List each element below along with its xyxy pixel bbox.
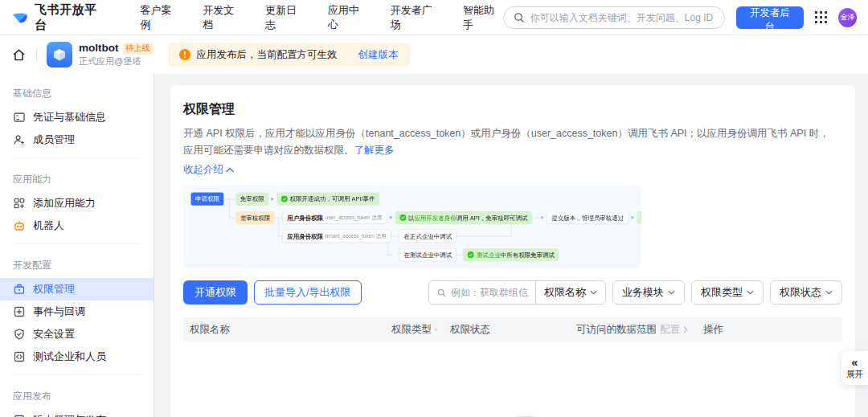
app-name: moltbot [79, 42, 119, 55]
nav-item-assistant[interactable]: 智能助手 [463, 3, 503, 32]
permission-search-input[interactable] [451, 287, 529, 298]
sidebar-item-test-enterprise[interactable]: 测试企业和人员 [0, 345, 154, 368]
sidebar-section-release: 应用发布 [0, 382, 154, 409]
sidebar-divider [13, 374, 141, 375]
sidebar-item-label: 成员管理 [33, 133, 75, 147]
sidebar-item-permissions[interactable]: 权限管理 [0, 278, 154, 300]
sidebar-item-label: 添加应用能力 [33, 196, 96, 211]
release-icon [13, 414, 26, 417]
expand-panel-button[interactable]: « 展开 [841, 351, 868, 385]
flow-row-review: 需审核权限 用户身份权限user_access_token 适用 以应用开发者身… [235, 211, 641, 224]
permission-table-header: 权限名称 权限类型 ? 权限状态 可访问的数据范围 配置 操作 [183, 317, 842, 341]
sidebar-section-basic: 基础信息 [0, 79, 154, 106]
sidebar-divider [13, 243, 141, 244]
batch-import-export-button[interactable]: 批量导入/导出权限 [254, 280, 362, 305]
robot-icon [13, 219, 26, 232]
nav-item-changelog[interactable]: 更新日志 [265, 3, 305, 32]
global-search[interactable] [503, 6, 725, 29]
members-icon [13, 133, 26, 146]
sidebar-item-members[interactable]: 添加应用能力 成员管理 [0, 129, 154, 151]
chevron-up-icon [226, 167, 234, 173]
sidebar-item-label: 事件与回调 [33, 305, 85, 319]
page-description-text: 开通 API 权限后，应用才能以应用身份（tenant_access_token… [183, 128, 829, 156]
col-actions: 操作 [697, 323, 842, 337]
flow-app-perm-box: 应用身份权限tenant_access_token 适用 [282, 230, 391, 243]
arrow-right-icon [271, 198, 273, 201]
app-subtitle: 正式应用@堡塔 [79, 56, 154, 67]
sidebar-item-label: 权限管理 [33, 282, 75, 296]
user-avatar[interactable]: 金泽 [838, 8, 857, 27]
feishu-open-platform-screen: 飞书开放平台 客户案例 开发文档 更新日志 应用中心 开发者广场 智能助手 开发… [0, 0, 868, 417]
nav-item-cases[interactable]: 客户案例 [140, 3, 180, 32]
app-grid-icon[interactable] [815, 11, 827, 23]
expand-label: 展开 [846, 369, 863, 380]
filter-permission-type[interactable]: 权限类型 [691, 280, 764, 305]
arrow-right-icon [390, 216, 392, 219]
brand[interactable]: 飞书开放平台 [11, 2, 106, 33]
chevron-down-icon [747, 290, 754, 295]
app-header-bar: moltbot 待上线 正式应用@堡塔 应用发布后，当前配置方可生效 创建版本 [0, 35, 868, 74]
sidebar-item-label: 凭证与基础信息 [33, 110, 106, 125]
sidebar-item-credentials[interactable]: 凭证与基础信息 [0, 106, 154, 129]
search-field-selector[interactable]: 权限名称 [536, 285, 605, 300]
event-callback-icon [13, 305, 26, 318]
flow-row-free: 申请权限 免审权限 权限开通成功，可调用 API/事件 [191, 193, 379, 206]
sidebar-item-events[interactable]: 事件与回调 [0, 300, 154, 323]
permission-search[interactable] [429, 287, 535, 298]
flow-user-result: 以应用开发者身份调用 API，免审核即可调试 [395, 211, 533, 224]
flow-submit-box: 提交版本，管理员审核通过 [547, 211, 628, 224]
flow-submit-result: 权限开通成功，可调用 API/事件 [637, 211, 641, 224]
search-icon [437, 288, 446, 298]
filter-permission-status[interactable]: 权限状态 [770, 280, 842, 305]
col-permission-status: 权限状态 [444, 323, 570, 337]
app-icon[interactable] [47, 42, 72, 67]
scope-config-link[interactable]: 配置 [660, 323, 680, 337]
developer-console-button[interactable]: 开发者后台 [736, 6, 804, 29]
security-icon [13, 328, 26, 341]
nav-item-appcenter[interactable]: 应用中心 [328, 3, 368, 32]
top-menu: 客户案例 开发文档 更新日志 应用中心 开发者广场 智能助手 [140, 3, 502, 32]
check-circle-icon [281, 196, 288, 202]
page-title: 权限管理 [183, 101, 842, 118]
chevron-down-icon [668, 290, 675, 295]
sidebar-item-bot[interactable]: 机器人 [0, 215, 154, 237]
toolbar-filters: 权限名称 业务模块 权限类型 [428, 280, 842, 305]
sidebar-section-capability: 应用能力 [0, 165, 154, 192]
sidebar-item-label: 版本管理与发布 [33, 413, 106, 417]
feishu-logo-icon [11, 10, 29, 26]
nav-item-devplaza[interactable]: 开发者广场 [391, 3, 440, 32]
sidebar-item-security[interactable]: 安全设置 [0, 323, 154, 345]
alert-icon [179, 49, 190, 60]
chevron-down-icon [825, 290, 833, 295]
home-icon[interactable] [11, 47, 27, 63]
chevron-right-icon [683, 326, 688, 333]
help-icon[interactable]: ? [435, 325, 437, 334]
notice-text: 应用发布后，当前配置方可生效 [197, 48, 338, 62]
filter-business-module[interactable]: 业务模块 [612, 280, 685, 305]
permission-icon [13, 283, 26, 296]
arrow-right-icon [632, 216, 634, 219]
flow-test-result: 测试企业中所有权限免审调试 [463, 248, 559, 261]
search-icon [514, 12, 525, 23]
nav-item-docs[interactable]: 开发文档 [203, 3, 243, 32]
sidebar-item-label: 测试企业和人员 [33, 350, 106, 364]
sidebar-item-label: 机器人 [33, 219, 64, 233]
sidebar-section-devconfig: 开发配置 [0, 251, 154, 278]
add-capability-icon [13, 197, 26, 210]
global-search-input[interactable] [530, 12, 714, 23]
flow-test-debug-box: 在测试企业中调试 [399, 248, 457, 261]
topnav-right: 开发者后台 金泽 [503, 6, 857, 29]
permission-card: 权限管理 开通 API 权限后，应用才能以应用身份（tenant_access_… [170, 85, 855, 417]
sidebar-divider [13, 157, 141, 158]
collapse-intro-link[interactable]: 收起介绍 [183, 163, 234, 177]
permission-flow-diagram: 申请权限 免审权限 权限开通成功，可调用 API/事件 需审核权限 [183, 185, 641, 268]
publish-notice-banner: 应用发布后，当前配置方可生效 创建版本 [168, 43, 410, 67]
open-permission-button[interactable]: 开通权限 [183, 280, 248, 305]
learn-more-link[interactable]: 了解更多 [354, 145, 395, 156]
flow-row-test: 应用身份权限tenant_access_token 适用 在测试企业中调试 测试… [282, 248, 559, 261]
sidebar-item-add-capability[interactable]: 添加应用能力 [0, 192, 154, 215]
col-permission-name: 权限名称 [183, 323, 385, 337]
sidebar-item-version-release[interactable]: 版本管理与发布 [0, 409, 154, 417]
app-meta: moltbot 待上线 正式应用@堡塔 [79, 42, 154, 67]
create-version-link[interactable]: 创建版本 [358, 48, 399, 62]
